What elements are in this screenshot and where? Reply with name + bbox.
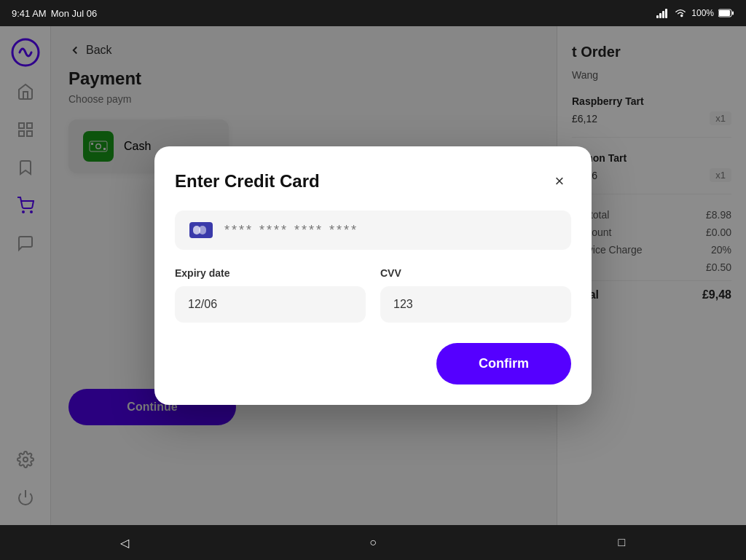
card-number-input[interactable] [224, 223, 557, 238]
credit-card-modal: Enter Credit Card × Expiry date [154, 146, 592, 405]
modal-overlay[interactable]: Enter Credit Card × Expiry date [0, 26, 746, 525]
svg-rect-5 [719, 10, 730, 16]
expiry-input[interactable] [175, 286, 366, 323]
nav-recent-button[interactable]: □ [607, 528, 636, 557]
status-time-date: 9:41 AM Mon Jul 06 [12, 8, 97, 19]
cvv-input[interactable] [380, 286, 571, 323]
signal-icon [656, 8, 670, 18]
nav-back-button[interactable]: ◁ [110, 528, 139, 557]
battery-icon [718, 9, 734, 17]
form-row-expiry-cvv: Expiry date CVV [175, 267, 571, 323]
nav-bar: ◁ ○ □ [0, 525, 746, 560]
nav-home-button[interactable]: ○ [358, 528, 388, 557]
cvv-group: CVV [380, 267, 571, 323]
modal-title: Enter Credit Card [175, 171, 320, 192]
modal-header: Enter Credit Card × [175, 170, 571, 193]
wifi-icon [674, 8, 687, 18]
svg-rect-2 [662, 11, 664, 18]
svg-rect-3 [665, 9, 667, 18]
status-bar: 9:41 AM Mon Jul 06 100% [0, 0, 746, 26]
confirm-button[interactable]: Confirm [436, 343, 571, 384]
status-time: 9:41 AM [12, 8, 47, 19]
svg-rect-1 [659, 13, 661, 18]
svg-rect-6 [732, 12, 734, 15]
svg-rect-0 [656, 15, 659, 18]
status-indicators: 100% [656, 8, 734, 18]
status-date: Mon Jul 06 [51, 8, 98, 19]
card-number-field [175, 210, 571, 250]
expiry-label: Expiry date [175, 267, 366, 279]
expiry-group: Expiry date [175, 267, 366, 323]
app-container: Back Payment Choose paym Cash Continue t… [0, 26, 746, 525]
modal-close-button[interactable]: × [548, 170, 571, 193]
battery-level: 100% [691, 8, 714, 18]
svg-rect-22 [199, 226, 206, 234]
cvv-label: CVV [380, 267, 571, 279]
card-type-icon [189, 222, 213, 238]
